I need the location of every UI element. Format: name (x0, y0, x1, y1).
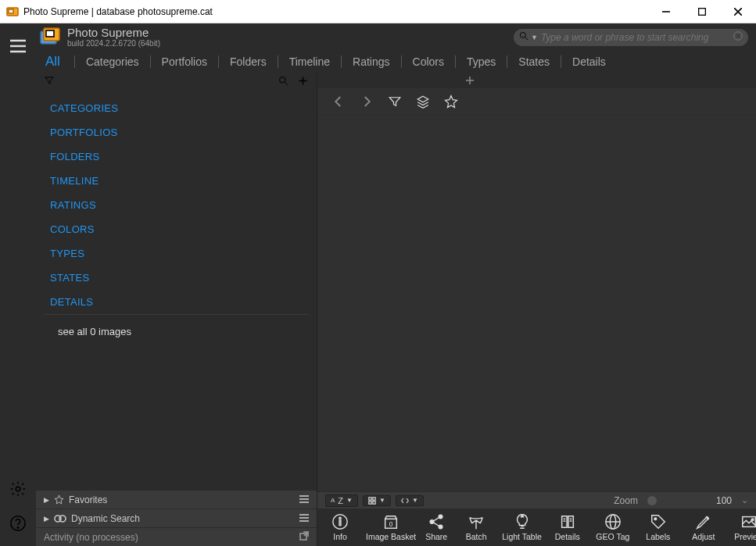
tab-states[interactable]: States (507, 55, 561, 68)
window-close-button[interactable] (720, 0, 756, 23)
tab-types[interactable]: Types (456, 55, 507, 68)
activity-label: Activity (no processes) (44, 532, 138, 543)
tab-categories[interactable]: Categories (75, 55, 150, 68)
window-minimize-button[interactable] (648, 0, 684, 23)
svg-line-16 (525, 37, 528, 40)
nav-forward-button[interactable] (360, 95, 374, 109)
app-name: Photo Supreme (67, 27, 160, 39)
catalog-search-icon[interactable] (278, 75, 289, 90)
svg-rect-37 (369, 501, 371, 503)
add-tab-button[interactable] (458, 73, 482, 88)
svg-point-11 (17, 527, 18, 528)
dynamic-search-expander[interactable]: ▶ Dynamic Search (36, 509, 317, 527)
info-button[interactable]: Info (317, 509, 363, 546)
viewer-content (317, 115, 756, 491)
viewer-tabs (317, 73, 756, 88)
catalog-panel: CATEGORIES PORTFOLIOS FOLDERS TIMELINE R… (36, 73, 317, 546)
dropdown-chevron-icon[interactable]: ▼ (531, 34, 538, 41)
section-states[interactable]: STATES (36, 266, 317, 290)
section-portfolios[interactable]: PORTFOLIOS (36, 120, 317, 145)
section-timeline[interactable]: TIMELINE (36, 169, 317, 193)
chevron-down-icon: ▼ (346, 497, 353, 504)
window-titlebar: Photo Supreme | database photosupreme.ca… (0, 0, 756, 23)
svg-point-41 (339, 517, 341, 519)
tab-all[interactable]: All (41, 54, 74, 70)
svg-line-47 (434, 518, 439, 522)
tab-ratings[interactable]: Ratings (342, 55, 400, 68)
svg-point-56 (654, 518, 657, 520)
layout-dropdown[interactable]: ▼ (363, 495, 391, 506)
image-basket-button[interactable]: 0 Image Basket (363, 509, 419, 546)
share-button[interactable]: Share (419, 509, 453, 546)
viewer-star-button[interactable] (444, 95, 458, 109)
tab-portfolios[interactable]: Portfolios (151, 55, 218, 68)
zoom-label: Zoom (614, 495, 638, 506)
section-details[interactable]: DETAILS (36, 290, 317, 314)
preview-button[interactable]: Preview (726, 509, 756, 546)
chevron-down-icon: ▼ (379, 497, 385, 504)
svg-line-21 (285, 82, 288, 85)
zoom-slider[interactable] (647, 496, 657, 505)
sort-dropdown[interactable]: AZ ▼ (325, 494, 358, 507)
settings-button[interactable] (9, 480, 27, 501)
svg-point-9 (16, 487, 20, 491)
svg-text:0: 0 (389, 521, 393, 528)
svg-rect-3 (699, 8, 706, 15)
menu-button[interactable] (9, 39, 27, 56)
left-rail (0, 23, 36, 546)
dynamic-search-label: Dynamic Search (71, 513, 140, 524)
tab-colors[interactable]: Colors (402, 55, 455, 68)
filter-icon[interactable] (44, 75, 55, 88)
labels-button[interactable]: Labels (636, 509, 681, 546)
section-ratings[interactable]: RATINGS (36, 193, 317, 217)
nav-back-button[interactable] (331, 95, 346, 109)
svg-rect-38 (373, 501, 375, 503)
viewer-toolbar (317, 88, 756, 115)
search-input[interactable] (538, 32, 729, 43)
popout-icon[interactable] (299, 531, 309, 543)
viewer-panel: AZ ▼ ▼ ▼ Zoom 100 ⌄ (317, 73, 756, 546)
rings-icon (54, 514, 66, 523)
details-button[interactable]: Details (545, 509, 590, 546)
catalog-add-icon[interactable] (297, 75, 309, 90)
search-clear-button[interactable] (733, 30, 743, 45)
tab-folders[interactable]: Folders (219, 55, 278, 68)
svg-rect-40 (339, 520, 341, 525)
adjust-button[interactable]: Adjust (681, 509, 726, 546)
batch-button[interactable]: Batch (453, 509, 499, 546)
list-icon[interactable] (299, 513, 309, 524)
tab-details[interactable]: Details (561, 55, 617, 68)
tab-timeline[interactable]: Timeline (278, 55, 341, 68)
svg-rect-14 (46, 30, 54, 37)
viewer-filter-button[interactable] (388, 95, 402, 109)
svg-line-48 (434, 523, 439, 526)
help-button[interactable] (9, 515, 27, 535)
app-version: build 2024.2.2.6720 (64bit) (67, 39, 160, 48)
global-search[interactable]: ▼ (514, 29, 748, 46)
window-maximize-button[interactable] (684, 0, 720, 23)
bottom-toolbar: Info 0 Image Basket Share (317, 509, 756, 546)
chevron-right-icon: ▶ (44, 496, 49, 504)
zoom-chevron-icon[interactable]: ⌄ (741, 495, 748, 505)
catalog-list: CATEGORIES PORTFOLIOS FOLDERS TIMELINE R… (36, 91, 317, 490)
see-all-images-link[interactable]: see all 0 images (36, 319, 317, 344)
thumbnail-options-bar: AZ ▼ ▼ ▼ Zoom 100 ⌄ (317, 491, 756, 509)
section-colors[interactable]: COLORS (36, 217, 317, 241)
chevron-down-icon: ▼ (412, 497, 418, 504)
section-categories[interactable]: CATEGORIES (36, 96, 317, 120)
window-controls (648, 0, 756, 23)
svg-rect-35 (369, 497, 371, 499)
nav-tabs: All Categories Portfolios Folders Timeli… (36, 51, 756, 73)
geo-tag-button[interactable]: GEO Tag (590, 509, 636, 546)
section-types[interactable]: TYPES (36, 241, 317, 266)
app-window-icon (6, 5, 19, 18)
light-table-button[interactable]: Light Table (499, 509, 545, 546)
search-icon (518, 30, 529, 45)
app-header: Photo Supreme build 2024.2.2.6720 (64bit… (36, 23, 756, 51)
code-dropdown[interactable]: ▼ (396, 495, 424, 506)
list-icon[interactable] (299, 494, 309, 505)
favorites-expander[interactable]: ▶ Favorites (36, 490, 317, 509)
zoom-value: 100 (716, 495, 732, 506)
viewer-stack-button[interactable] (416, 95, 430, 109)
section-folders[interactable]: FOLDERS (36, 145, 317, 169)
